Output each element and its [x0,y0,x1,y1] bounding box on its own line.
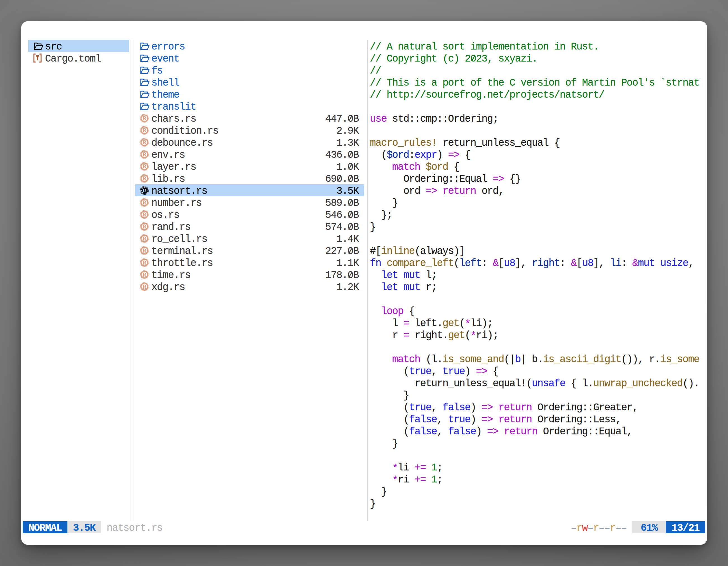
svg-text:R: R [142,151,147,157]
svg-text:R: R [142,271,147,278]
svg-text:R: R [142,127,147,133]
svg-text:R: R [142,223,147,229]
svg-text:R: R [142,211,147,217]
svg-text:R: R [142,139,147,145]
svg-text:R: R [142,115,147,121]
svg-text:R: R [142,163,147,169]
svg-text:R: R [142,187,146,193]
svg-text:R: R [142,235,147,241]
svg-text:R: R [142,247,147,254]
svg-text:R: R [142,199,147,205]
svg-text:R: R [142,259,147,266]
svg-text:R: R [142,175,147,181]
svg-text:R: R [142,283,147,289]
